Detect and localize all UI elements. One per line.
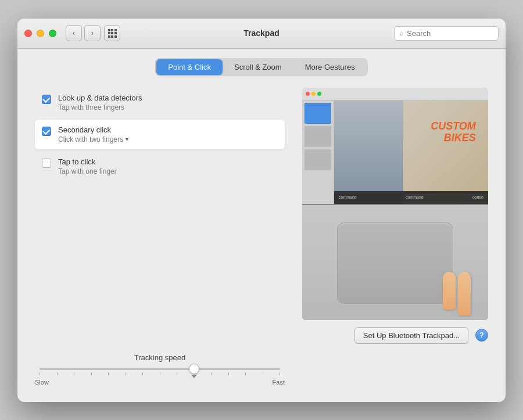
dock-right-text: command [406,195,424,199]
traffic-lights [24,30,56,37]
sidebar-thumb-2 [305,149,331,170]
preview-browser: CUSTOM BIKES command command option [302,88,488,204]
search-icon: ⌕ [399,29,403,37]
tab-more-gestures[interactable]: More Gestures [293,59,367,75]
forward-button[interactable]: › [84,25,101,41]
minimize-button[interactable] [37,30,44,37]
finger-1 [443,272,456,310]
slider-slow-label: Slow [35,379,49,386]
tap-to-click-title: Tap to click [58,157,117,166]
slider-labels: Slow Fast [35,379,285,386]
tabs-container: Point & Click Scroll & Zoom More Gesture… [17,49,506,83]
tab-scroll-zoom[interactable]: Scroll & Zoom [223,59,293,75]
apps-icon [108,29,117,38]
preview-container: CUSTOM BIKES command command option [302,88,488,320]
lookup-text: Look up & data detectors Tap with three … [58,94,142,112]
finger-2 [458,272,471,315]
sidebar-thumb-active [305,103,331,124]
tap-to-click-gesture-item: Tap to click Tap with one finger [35,152,285,181]
back-icon: ‹ [73,29,75,37]
lookup-gesture-item: Look up & data detectors Tap with three … [35,88,285,117]
browser-min-dot [311,92,316,96]
nav-buttons: ‹ › [66,25,101,41]
slider-container [35,368,285,378]
left-panel: Look up & data detectors Tap with three … [35,83,285,390]
content-area: Look up & data detectors Tap with three … [17,83,506,402]
bikes-left [334,100,403,204]
browser-close-dot [306,92,310,96]
tracking-speed-label: Tracking speed [35,353,285,362]
tick-marks [40,370,280,378]
tap-to-click-checkbox[interactable] [42,159,51,168]
trackpad-bg [302,205,488,320]
search-input[interactable] [407,29,493,38]
titlebar: ‹ › Trackpad ⌕ [17,19,506,49]
back-button[interactable]: ‹ [66,25,82,41]
sidebar-thumb-1 [305,126,331,147]
maximize-button[interactable] [49,30,56,37]
secondary-click-checkbox[interactable] [42,127,51,136]
browser-max-dot [317,92,321,96]
slider-track [40,368,280,370]
custom-bikes-text: CUSTOM BIKES [431,121,476,144]
close-button[interactable] [24,30,32,37]
grid-button[interactable] [104,25,120,41]
window-title: Trackpad [243,28,279,38]
lookup-title: Look up & data detectors [58,94,142,102]
bikes-image: CUSTOM BIKES [334,100,488,204]
fingers-container [443,272,471,315]
dropdown-arrow-icon[interactable]: ▾ [126,136,128,142]
lookup-subtitle: Tap with three fingers [58,103,142,112]
lookup-checkbox[interactable] [42,95,51,104]
browser-content: CUSTOM BIKES command command option [302,100,488,204]
trackpad-mockup [337,222,453,304]
tab-point-click[interactable]: Point & Click [156,59,223,75]
help-button[interactable]: ? [475,329,488,342]
tap-to-click-text: Tap to click Tap with one finger [58,157,117,175]
browser-bar [302,88,488,100]
browser-sidebar [302,100,334,204]
tracking-speed-section: Tracking speed Slow Fast [35,346,285,390]
secondary-click-text: Secondary click Click with two fingers ▾ [58,125,128,143]
preview-trackpad [302,205,488,320]
dock-left-text: command [339,195,357,199]
dock-option-text: option [472,195,483,199]
secondary-click-gesture-item: Secondary click Click with two fingers ▾ [35,120,285,149]
setup-bluetooth-button[interactable]: Set Up Bluetooth Trackpad... [354,327,468,344]
secondary-click-subtitle: Click with two fingers ▾ [58,135,128,143]
search-box[interactable]: ⌕ [394,26,499,41]
bikes-right [403,100,488,204]
main-window: ‹ › Trackpad ⌕ Point & Click Scroll & Zo… [17,19,506,402]
forward-icon: › [91,29,94,37]
dock-bar: command command option [334,191,488,204]
bottom-bar: Set Up Bluetooth Trackpad... ? [302,320,488,344]
slider-fast-label: Fast [273,379,285,386]
tap-to-click-subtitle: Tap with one finger [58,167,117,175]
tab-group: Point & Click Scroll & Zoom More Gesture… [155,58,367,76]
browser-main-area: CUSTOM BIKES command command option [334,100,488,204]
right-panel: CUSTOM BIKES command command option [302,83,488,390]
browser-mockup: CUSTOM BIKES command command option [302,88,488,204]
secondary-click-title: Secondary click [58,125,128,134]
slider-thumb[interactable] [189,364,199,374]
